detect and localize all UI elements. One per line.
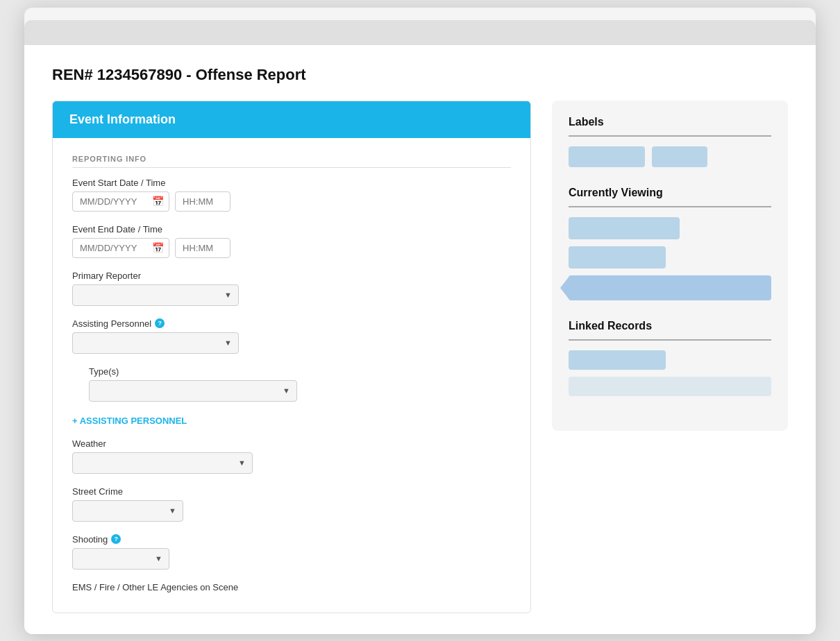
- weather-select-wrapper: ▼: [72, 452, 253, 474]
- street-crime-select[interactable]: [72, 500, 183, 522]
- browser-tab-bar: [24, 20, 816, 45]
- linked-record-bar-2: [569, 377, 771, 396]
- currently-viewing-section: Currently Viewing: [569, 187, 771, 300]
- street-crime-field-group: Street Crime ▼: [72, 486, 511, 522]
- shooting-help-icon[interactable]: ?: [111, 534, 121, 544]
- assisting-personnel-select-wrapper: ▼: [72, 332, 239, 354]
- event-start-date-wrapper: 📅: [72, 191, 169, 212]
- event-end-date-time-row: 📅: [72, 238, 511, 258]
- page-title: REN# 1234567890 - Offense Report: [52, 66, 788, 84]
- event-end-date-input[interactable]: [72, 238, 169, 258]
- currently-viewing-block: [569, 217, 771, 300]
- shooting-field-group: Shooting ? ▼: [72, 534, 511, 570]
- linked-records-block: [569, 350, 771, 396]
- form-panel: Event Information REPORTING INFO Event S…: [52, 101, 531, 613]
- assisting-personnel-label: Assisting Personnel ?: [72, 318, 511, 329]
- sidebar-panel: Labels Currently Viewing: [552, 101, 788, 431]
- shooting-select[interactable]: [72, 548, 169, 570]
- event-start-date-time-row: 📅: [72, 191, 511, 212]
- form-body: REPORTING INFO Event Start Date / Time 📅: [53, 138, 530, 613]
- types-field-group: Type(s) ▼: [72, 366, 511, 402]
- event-start-date-input[interactable]: [72, 191, 169, 212]
- shooting-select-wrapper: ▼: [72, 548, 169, 570]
- event-end-field-group: Event End Date / Time 📅: [72, 224, 511, 258]
- labels-title: Labels: [569, 116, 771, 128]
- linked-records-section: Linked Records: [569, 320, 771, 396]
- weather-select[interactable]: [72, 452, 253, 474]
- label-chip-1: [569, 146, 645, 167]
- event-end-time-input[interactable]: [175, 238, 230, 258]
- event-end-date-wrapper: 📅: [72, 238, 169, 258]
- label-chip-2: [652, 146, 707, 167]
- primary-reporter-select[interactable]: [72, 284, 239, 306]
- linked-records-title: Linked Records: [569, 320, 771, 332]
- primary-reporter-label: Primary Reporter: [72, 271, 511, 281]
- labels-section: Labels: [569, 116, 771, 167]
- types-select-wrapper: ▼: [89, 380, 297, 402]
- currently-viewing-bar-2: [569, 246, 666, 268]
- event-start-label: Event Start Date / Time: [72, 178, 511, 188]
- event-start-field-group: Event Start Date / Time 📅: [72, 178, 511, 212]
- main-layout: Event Information REPORTING INFO Event S…: [52, 101, 788, 613]
- linked-record-bar-1: [569, 350, 666, 370]
- weather-field-group: Weather ▼: [72, 438, 511, 474]
- assisting-personnel-help-icon[interactable]: ?: [155, 318, 165, 328]
- shooting-label: Shooting ?: [72, 534, 511, 545]
- reporting-info-label: REPORTING INFO: [72, 155, 511, 168]
- street-crime-label: Street Crime: [72, 486, 511, 497]
- currently-viewing-divider: [569, 206, 771, 207]
- currently-viewing-arrow-bar: [569, 275, 771, 300]
- street-crime-select-wrapper: ▼: [72, 500, 183, 522]
- labels-divider: [569, 135, 771, 137]
- page-content: REN# 1234567890 - Offense Report Event I…: [24, 45, 816, 634]
- assisting-personnel-select[interactable]: [72, 332, 239, 354]
- primary-reporter-field-group: Primary Reporter ▼: [72, 271, 511, 306]
- form-header: Event Information: [53, 101, 530, 138]
- browser-window: REN# 1234567890 - Offense Report Event I…: [24, 8, 816, 634]
- form-header-title: Event Information: [69, 112, 176, 126]
- primary-reporter-select-wrapper: ▼: [72, 284, 239, 306]
- event-start-time-input[interactable]: [175, 191, 230, 212]
- ems-label: EMS / Fire / Other LE Agencies on Scene: [72, 582, 511, 592]
- event-end-label: Event End Date / Time: [72, 224, 511, 234]
- currently-viewing-bar-1: [569, 217, 680, 239]
- label-chips: [569, 146, 771, 167]
- linked-records-divider: [569, 339, 771, 341]
- types-label: Type(s): [89, 366, 511, 377]
- add-assisting-personnel-link[interactable]: + ASSISTING PERSONNEL: [72, 416, 187, 426]
- assisting-personnel-field-group: Assisting Personnel ? ▼: [72, 318, 511, 354]
- weather-label: Weather: [72, 438, 511, 449]
- currently-viewing-title: Currently Viewing: [569, 187, 771, 199]
- types-select[interactable]: [89, 380, 297, 402]
